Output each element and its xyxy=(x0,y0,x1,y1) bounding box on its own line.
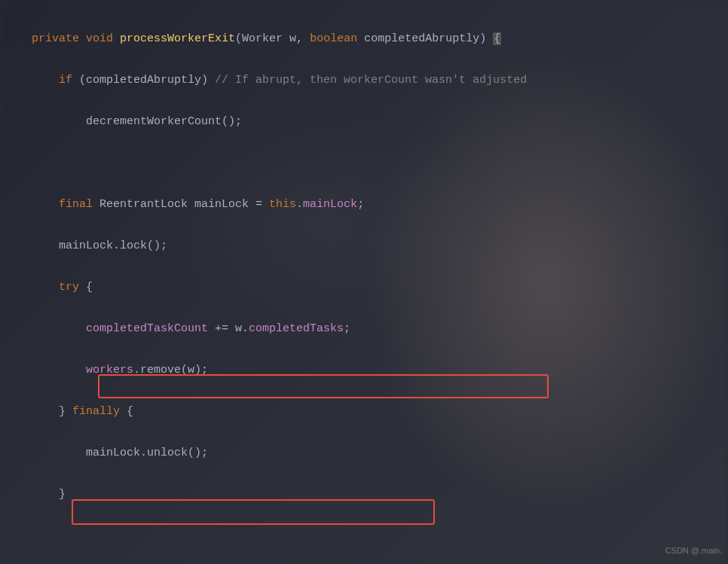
code-line: } finally { xyxy=(32,401,728,422)
field: completedTaskCount xyxy=(86,322,208,335)
keyword: finally xyxy=(72,405,120,418)
keyword: boolean xyxy=(310,32,357,45)
code-line: mainLock.lock(); xyxy=(32,236,728,257)
code-editor[interactable]: private void processWorkerExit(Worker w,… xyxy=(0,0,728,564)
field: mainLock xyxy=(303,198,357,211)
watermark: CSDN @.main. xyxy=(665,541,722,562)
highlight-box-2 xyxy=(72,499,435,525)
blank-line xyxy=(32,526,728,547)
code-line: if (completedAbruptly) // If abrupt, the… xyxy=(32,70,728,91)
params: (Worker w, xyxy=(235,32,310,45)
keyword: void xyxy=(86,32,113,45)
cursor: { xyxy=(493,32,501,45)
code-line: completedTaskCount += w.completedTasks; xyxy=(32,319,728,340)
keyword: this xyxy=(269,198,296,211)
code-line: mainLock.unlock(); xyxy=(32,443,728,464)
code-line: private void processWorkerExit(Worker w,… xyxy=(32,29,728,50)
keyword: private xyxy=(32,32,79,45)
code-line: decrementWorkerCount(); xyxy=(32,111,728,133)
keyword: if xyxy=(59,74,72,87)
code-line: try { xyxy=(32,277,728,298)
code-line: final ReentrantLock mainLock = this.main… xyxy=(32,194,728,215)
params: completedAbruptly) xyxy=(357,32,493,45)
keyword: try xyxy=(59,281,79,294)
method-name: processWorkerExit xyxy=(120,32,235,45)
keyword: final xyxy=(59,198,93,211)
field: completedTasks xyxy=(249,322,344,335)
comment: // If abrupt, then workerCount wasn't ad… xyxy=(215,74,527,87)
blank-line xyxy=(32,153,728,174)
highlight-box-1 xyxy=(98,374,549,398)
